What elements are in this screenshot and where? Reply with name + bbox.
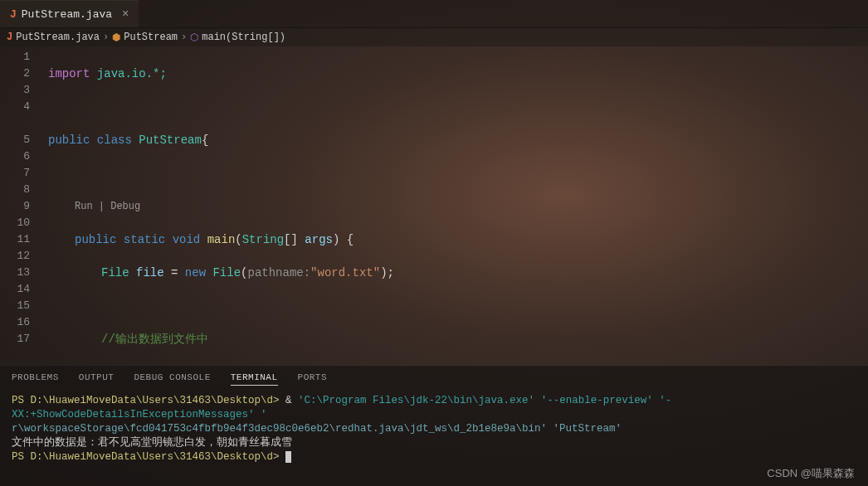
code-lines[interactable]: import java.io.*; public class PutStream… [37,46,868,365]
terminal-content[interactable]: PS D:\HuaweiMoveData\Users\31463\Desktop… [0,391,868,486]
tab-filename: PutStream.java [22,8,112,21]
tab-bar: J PutStream.java × [0,0,868,28]
bottom-panel: PROBLEMS OUTPUT DEBUG CONSOLE TERMINAL P… [0,366,868,486]
crumb-class: PutStream [124,32,178,43]
tab-output[interactable]: OUTPUT [79,372,115,386]
chevron-right-icon: › [181,32,187,43]
tab-terminal[interactable]: TERMINAL [231,372,278,386]
tab-problems[interactable]: PROBLEMS [12,372,59,386]
code-area[interactable]: 1234567891011121314151617 import java.io… [0,46,868,365]
line-gutter: 1234567891011121314151617 [0,46,37,365]
java-file-icon: J [10,8,17,21]
tab-ports[interactable]: PORTS [298,372,328,386]
codelens-debug[interactable]: Debug [110,201,140,212]
file-tab[interactable]: J PutStream.java × [0,0,139,27]
class-icon: ⬢ [112,32,120,44]
chevron-right-icon: › [103,32,109,43]
method-icon: ⬡ [190,32,198,44]
tab-debug-console[interactable]: DEBUG CONSOLE [134,372,210,386]
editor-area: J PutStream.java × J PutStream.java › ⬢ … [0,0,868,365]
watermark: CSDN @喵果森森 [767,466,855,481]
breadcrumb[interactable]: J PutStream.java › ⬢ PutStream › ⬡ main(… [0,28,868,46]
panel-tabs: PROBLEMS OUTPUT DEBUG CONSOLE TERMINAL P… [0,366,868,391]
java-file-icon: J [7,32,12,43]
close-icon[interactable]: × [122,7,129,21]
crumb-method: main(String[]) [202,32,285,43]
codelens-run[interactable]: Run [75,201,93,212]
crumb-file: PutStream.java [16,32,100,43]
terminal-cursor [285,451,291,463]
